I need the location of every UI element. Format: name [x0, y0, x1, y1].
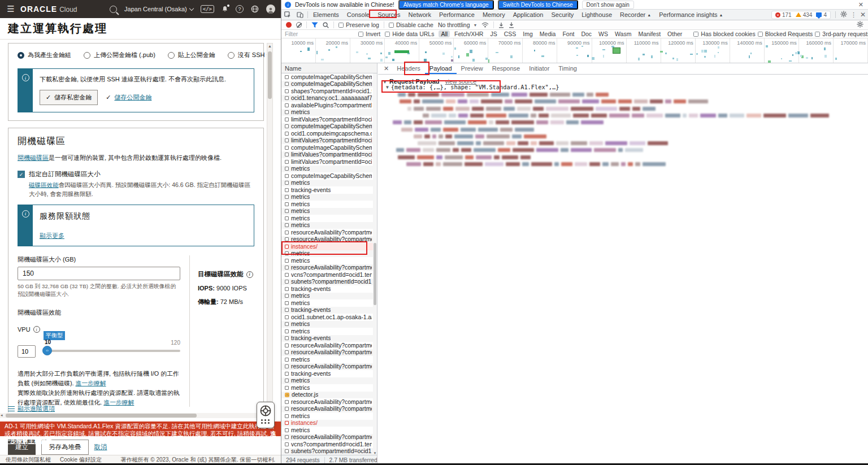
devtools-tab-memory[interactable]: Memory	[479, 10, 509, 20]
network-request-row[interactable]: tracking-events	[281, 285, 373, 293]
request-checkbox-icon[interactable]	[285, 379, 289, 383]
network-request-row[interactable]: metrics	[281, 293, 373, 300]
network-request-row[interactable]: tracking-events	[281, 335, 373, 342]
request-checkbox-icon[interactable]	[285, 103, 289, 107]
network-request-row[interactable]: computeImageCapabilitySchemas?page=AA	[281, 144, 373, 151]
issues-count-badge[interactable]: 4	[816, 12, 827, 18]
network-request-row[interactable]: resourceAvailability?compartmentId=ocid1…	[281, 363, 373, 371]
switch-to-chinese-button[interactable]: Switch DevTools to Chinese	[498, 0, 578, 10]
checkbox-icon[interactable]	[758, 32, 763, 37]
devtools-tab-performance[interactable]: Performance	[435, 10, 479, 20]
inspect-element-icon[interactable]	[281, 10, 294, 20]
detail-tab-payload[interactable]: Payload	[425, 63, 457, 74]
scroll-thumb[interactable]	[374, 243, 376, 305]
request-checkbox-icon[interactable]	[285, 174, 289, 178]
network-request-row[interactable]: metrics	[281, 250, 373, 258]
request-checkbox-icon[interactable]	[285, 301, 289, 305]
filter-funnel-icon[interactable]	[311, 22, 318, 28]
network-request-row[interactable]: metrics	[281, 222, 373, 229]
preserve-log-checkbox[interactable]: Preserve log	[338, 21, 379, 28]
request-checkbox-icon[interactable]	[285, 435, 289, 439]
detail-tab-timing[interactable]: Timing	[554, 63, 581, 74]
custom-size-checkbox-row[interactable]: ✓ 指定自訂開機磁碟區大小	[18, 170, 254, 179]
infobar-close-icon[interactable]: ✕	[858, 1, 865, 8]
filter-has-blocked-cookies-checkbox[interactable]: Has blocked cookies	[693, 31, 755, 37]
name-column-header[interactable]: Name	[281, 63, 377, 73]
devtools-tab-sources[interactable]: Sources	[374, 10, 404, 20]
console-counts[interactable]: ✕171 434 4	[771, 11, 831, 19]
network-request-row[interactable]: shapes?compartmentId=ocid1.tenancy.oc1..…	[281, 88, 373, 95]
request-checkbox-icon[interactable]	[285, 442, 289, 446]
request-checkbox-icon[interactable]	[285, 110, 289, 114]
checkbox-icon[interactable]	[385, 32, 390, 37]
request-checkbox-icon[interactable]	[285, 421, 289, 425]
invert-checkbox[interactable]: Invert	[358, 31, 380, 37]
filter-type-media[interactable]: Media	[537, 31, 558, 37]
learn-more-link[interactable]: 進一步瞭解	[76, 380, 106, 386]
request-checkbox-icon[interactable]	[285, 266, 289, 270]
page-vertical-scrollbar[interactable]: ▲ ▼	[267, 43, 273, 411]
slider-handle[interactable]: ‹›	[42, 346, 52, 355]
device-toolbar-icon[interactable]	[294, 10, 306, 20]
request-checkbox-icon[interactable]	[285, 118, 289, 121]
network-request-row[interactable]: resourceAvailability?compartmentId=ocid1…	[281, 264, 373, 272]
radio-icon[interactable]	[168, 52, 175, 59]
network-request-row[interactable]: computeImageCapabilitySchemas	[281, 73, 373, 81]
slider-track[interactable]	[44, 350, 180, 352]
boot-volume-size-input[interactable]	[18, 267, 180, 280]
search-icon[interactable]	[323, 22, 329, 28]
cancel-link[interactable]: 取消	[94, 443, 107, 451]
request-checkbox-icon[interactable]	[285, 407, 289, 411]
request-checkbox-icon[interactable]	[285, 322, 289, 326]
network-request-row[interactable]: resourceAvailability?compartmentId=ocid1…	[281, 398, 373, 406]
network-request-row[interactable]: ocid1.tenancy.oc1..aaaaaaaaf7asi2vt5qm6n…	[281, 95, 373, 102]
request-checkbox-icon[interactable]	[285, 280, 289, 284]
request-checkbox-icon[interactable]	[285, 245, 289, 249]
request-checkbox-icon[interactable]	[285, 89, 289, 93]
devtools-tab-lighthouse[interactable]: Lighthouse	[578, 10, 616, 20]
request-checkbox-icon[interactable]	[285, 195, 289, 199]
request-checkbox-icon[interactable]	[285, 202, 289, 206]
network-request-row[interactable]: availablePlugins?compartmentId=ocid1.ten…	[281, 102, 373, 109]
network-request-row[interactable]: tracking-events	[281, 370, 373, 377]
filter-type-ws[interactable]: WS	[596, 31, 610, 37]
devtools-close-icon[interactable]: ✕	[860, 11, 866, 19]
terms-link[interactable]: 使用條款與隱私權	[6, 456, 51, 464]
import-har-icon[interactable]	[498, 22, 504, 28]
filter-type-manifest[interactable]: Manifest	[636, 31, 663, 37]
request-checkbox-icon[interactable]	[285, 138, 289, 142]
show-more-link[interactable]: 顯示更多	[40, 232, 64, 239]
radio-icon[interactable]	[84, 52, 90, 59]
network-request-row[interactable]: resourceAvailability?compartmentId=ocid1…	[281, 406, 373, 413]
vpu-info-icon[interactable]: i	[33, 326, 40, 333]
network-overview-timeline[interactable]: 10000 ms20000 ms30000 ms40000 ms50000 ms…	[281, 38, 868, 63]
expand-triangle-icon[interactable]: ▼	[386, 85, 389, 90]
clear-network-log-icon[interactable]	[296, 22, 302, 28]
throttling-dropdown[interactable]: No throttling▼	[438, 21, 478, 28]
network-request-row[interactable]: metrics	[281, 412, 373, 420]
ssh-key-radio[interactable]: 上傳公開金鑰檔 (.pub)	[84, 51, 155, 59]
request-checkbox-icon[interactable]	[285, 400, 289, 404]
network-request-row[interactable]: metrics	[281, 328, 373, 335]
filter-blocked-requests-checkbox[interactable]: Blocked Requests	[758, 31, 813, 37]
filter-type-other[interactable]: Other	[665, 31, 684, 37]
request-checkbox-icon[interactable]	[285, 273, 289, 277]
network-request-row[interactable]: subnets?compartmentId=ocid1.tenancy.oc1.	[281, 279, 373, 286]
request-checkbox-icon[interactable]	[285, 386, 289, 390]
network-request-row[interactable]: metrics	[281, 215, 373, 222]
devtools-tab-performance-insights[interactable]: Performance insights▲	[655, 10, 727, 20]
network-request-row[interactable]: ocid1.subnet.oc1.ap-osaka-1.aaaaaaaalnzz…	[281, 314, 373, 321]
network-request-row[interactable]: instances/	[281, 243, 373, 250]
request-checkbox-icon[interactable]	[285, 75, 289, 79]
request-checkbox-icon[interactable]	[285, 315, 289, 319]
network-request-row[interactable]: limitValues?compartmentId=ocid1.tenancy.…	[281, 137, 373, 145]
checkbox-icon[interactable]	[815, 32, 820, 37]
filter-type-doc[interactable]: Doc	[579, 31, 594, 37]
cookie-preferences-link[interactable]: Cookie 偏好設定	[60, 456, 102, 464]
request-checkbox-icon[interactable]	[285, 287, 289, 291]
support-widget[interactable]	[257, 402, 275, 428]
request-checkbox-icon[interactable]	[285, 251, 289, 255]
request-checkbox-icon[interactable]	[285, 449, 289, 453]
request-checkbox-icon[interactable]	[285, 132, 289, 136]
detail-tab-initiator[interactable]: Initiator	[524, 63, 554, 74]
